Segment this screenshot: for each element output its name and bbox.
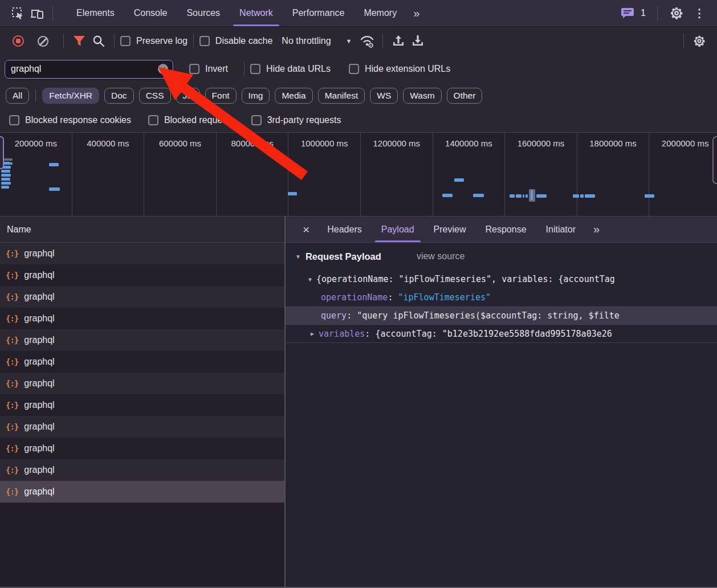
filter-chip-ws[interactable]: WS bbox=[370, 88, 398, 104]
payload-property-row[interactable]: operationName: "ipFlowTimeseries" bbox=[286, 288, 717, 307]
tab-performance[interactable]: Performance bbox=[283, 0, 355, 26]
third-party-requests-checkbox[interactable]: 3rd-party requests bbox=[251, 115, 341, 125]
divider bbox=[683, 34, 684, 48]
timeline-tick-label: 2000000 ms bbox=[662, 138, 709, 148]
fetch-xhr-icon: {:} bbox=[6, 379, 18, 388]
timeline-request-bar bbox=[573, 194, 579, 198]
checkbox-box[interactable] bbox=[349, 64, 359, 74]
payload-variables-row[interactable]: ▶variables: {accountTag: "b12e3b2192ee55… bbox=[286, 325, 717, 343]
timeline-request-bar bbox=[1, 178, 10, 181]
name-column-header[interactable]: Name bbox=[0, 217, 284, 243]
checkbox-box[interactable] bbox=[9, 115, 19, 125]
filter-chip-img[interactable]: Img bbox=[242, 88, 270, 104]
request-row[interactable]: {:}graphql bbox=[0, 243, 284, 264]
expand-triangle-icon[interactable]: ▶ bbox=[311, 330, 314, 337]
payload-property-row-selected[interactable]: query: "query ipFlowTimeseries($accountT… bbox=[286, 307, 717, 325]
network-conditions-icon[interactable] bbox=[357, 31, 377, 51]
more-detail-tabs-icon[interactable]: » bbox=[585, 217, 608, 242]
request-row[interactable]: {:}graphql bbox=[0, 329, 284, 351]
request-row[interactable]: {:}graphql bbox=[0, 351, 284, 373]
request-row[interactable]: {:}graphql bbox=[0, 373, 284, 394]
filter-chip-all[interactable]: All bbox=[6, 88, 29, 104]
checkbox-box[interactable] bbox=[120, 36, 131, 46]
clear-network-log-button[interactable] bbox=[38, 36, 48, 47]
timeline-section: 800000 ms bbox=[217, 133, 289, 216]
collapse-triangle-icon[interactable]: ▼ bbox=[308, 276, 312, 283]
request-row[interactable]: {:}graphql bbox=[0, 308, 284, 329]
filter-value[interactable]: graphql bbox=[11, 64, 158, 74]
checkbox-box[interactable] bbox=[199, 36, 210, 46]
divider bbox=[657, 6, 658, 21]
request-row[interactable]: {:}graphql bbox=[0, 459, 284, 481]
device-toolbar-icon[interactable] bbox=[27, 3, 47, 23]
checkbox-box[interactable] bbox=[148, 115, 158, 125]
divider bbox=[52, 6, 53, 21]
blocked-response-cookies-checkbox[interactable]: Blocked response cookies bbox=[9, 115, 131, 125]
tab-network[interactable]: Network bbox=[230, 0, 283, 26]
fetch-xhr-icon: {:} bbox=[6, 271, 18, 280]
fetch-xhr-icon: {:} bbox=[6, 422, 18, 431]
record-network-log-button[interactable] bbox=[13, 35, 24, 47]
throttling-select[interactable]: No throttling ▼ bbox=[282, 36, 352, 46]
request-row[interactable]: {:}graphql bbox=[0, 286, 284, 308]
view-source-link[interactable]: view source bbox=[417, 251, 465, 262]
tab-sources[interactable]: Sources bbox=[177, 0, 230, 26]
tab-elements[interactable]: Elements bbox=[67, 0, 124, 26]
inspect-element-icon[interactable] bbox=[8, 3, 27, 23]
detail-tab-payload[interactable]: Payload bbox=[372, 217, 424, 242]
preserve-log-checkbox[interactable]: Preserve log bbox=[120, 36, 188, 46]
payload-preview-row[interactable]: ▼{operationName: "ipFlowTimeseries", var… bbox=[286, 270, 717, 288]
filter-chip-manifest[interactable]: Manifest bbox=[318, 88, 365, 104]
checkbox-box[interactable] bbox=[189, 64, 199, 74]
request-row[interactable]: {:}graphql bbox=[0, 481, 284, 503]
hide-data-urls-checkbox[interactable]: Hide data URLs bbox=[250, 64, 331, 74]
search-icon[interactable] bbox=[89, 31, 108, 51]
close-details-icon[interactable]: × bbox=[295, 217, 317, 242]
issues-message-icon[interactable] bbox=[618, 3, 637, 23]
filter-text-input[interactable]: graphql × bbox=[5, 60, 173, 79]
filter-chip-font[interactable]: Font bbox=[205, 88, 237, 104]
hide-extension-urls-checkbox[interactable]: Hide extension URLs bbox=[349, 64, 450, 74]
filter-chip-other[interactable]: Other bbox=[447, 88, 483, 104]
export-har-icon[interactable] bbox=[408, 31, 427, 51]
network-overview-timeline[interactable]: 200000 ms400000 ms600000 ms800000 ms1000… bbox=[0, 132, 717, 217]
filter-chip-css[interactable]: CSS bbox=[139, 88, 171, 104]
filter-funnel-icon[interactable] bbox=[70, 31, 89, 51]
timeline-section: 2000000 ms bbox=[649, 133, 717, 216]
clear-filter-icon[interactable]: × bbox=[158, 64, 168, 74]
request-row[interactable]: {:}graphql bbox=[0, 438, 284, 459]
detail-tab-response[interactable]: Response bbox=[475, 217, 536, 242]
detail-tab-preview[interactable]: Preview bbox=[424, 217, 476, 242]
disable-cache-checkbox[interactable]: Disable cache bbox=[199, 36, 273, 46]
filter-chip-fetch-xhr[interactable]: Fetch/XHR bbox=[42, 88, 99, 104]
filter-chip-media[interactable]: Media bbox=[275, 88, 312, 104]
collapse-triangle-icon[interactable]: ▼ bbox=[295, 254, 301, 260]
tab-console[interactable]: Console bbox=[124, 0, 177, 26]
import-har-icon[interactable] bbox=[389, 31, 408, 51]
request-row[interactable]: {:}graphql bbox=[0, 416, 284, 438]
request-row[interactable]: {:}graphql bbox=[0, 264, 284, 286]
detail-tab-initiator[interactable]: Initiator bbox=[536, 217, 585, 242]
timeline-request-bar bbox=[525, 194, 528, 198]
more-options-icon[interactable]: ⋮ bbox=[690, 3, 709, 23]
timeline-request-bar bbox=[531, 190, 533, 200]
timeline-section: 1800000 ms bbox=[577, 133, 650, 216]
checkbox-box[interactable] bbox=[250, 64, 260, 74]
timeline-section: 1400000 ms bbox=[433, 133, 506, 216]
timeline-tick-label: 1000000 ms bbox=[301, 138, 348, 148]
timeline-left-handle[interactable] bbox=[0, 136, 4, 169]
filter-chip-js[interactable]: JS bbox=[176, 88, 200, 104]
request-row[interactable]: {:}graphql bbox=[0, 394, 284, 416]
blocked-requests-checkbox[interactable]: Blocked requests bbox=[148, 115, 234, 125]
checkbox-box[interactable] bbox=[251, 115, 262, 125]
filter-chip-doc[interactable]: Doc bbox=[104, 88, 134, 104]
detail-tab-headers[interactable]: Headers bbox=[317, 217, 371, 242]
network-settings-gear-icon[interactable] bbox=[690, 31, 709, 51]
tab-memory[interactable]: Memory bbox=[354, 0, 406, 26]
timeline-request-bar bbox=[523, 194, 524, 198]
settings-gear-icon[interactable] bbox=[667, 3, 686, 23]
timeline-right-scrollbar[interactable] bbox=[712, 136, 717, 184]
filter-chip-wasm[interactable]: Wasm bbox=[403, 88, 441, 104]
more-tabs-icon[interactable]: » bbox=[406, 0, 426, 26]
invert-checkbox[interactable]: Invert bbox=[189, 64, 228, 74]
